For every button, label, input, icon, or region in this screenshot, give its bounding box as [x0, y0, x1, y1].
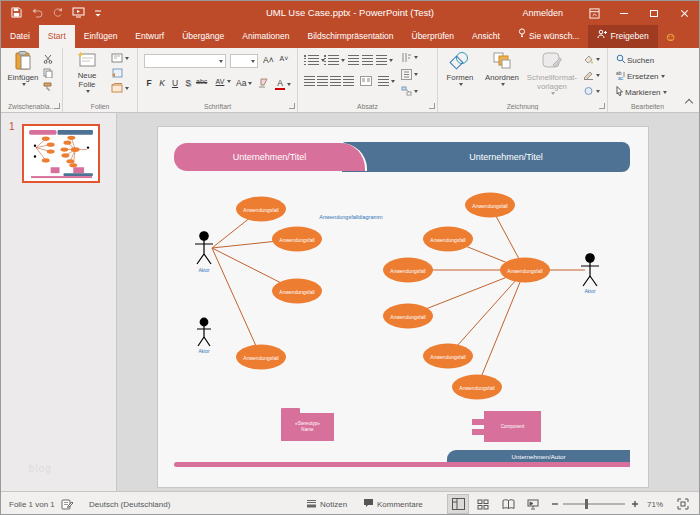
- tab-datei[interactable]: Datei: [1, 25, 39, 48]
- shapes-button[interactable]: Formen: [441, 51, 479, 86]
- tab-einfuegen[interactable]: Einfügen: [75, 25, 127, 48]
- shape-outline-button[interactable]: [583, 70, 600, 80]
- zoom-level[interactable]: 71%: [647, 492, 663, 515]
- ribbon-display-options-icon[interactable]: [579, 1, 609, 25]
- actor-label[interactable]: Aktor: [584, 289, 595, 294]
- sign-in-link[interactable]: Anmelden: [522, 8, 563, 18]
- decrease-indent-button[interactable]: [348, 55, 359, 65]
- increase-indent-button[interactable]: [362, 55, 373, 65]
- uml-package-shape[interactable]: «Stereotyp» Name: [281, 413, 334, 441]
- diagram-title[interactable]: Anwendungsfalldiagramm: [319, 214, 382, 220]
- cut-button[interactable]: [43, 54, 54, 64]
- close-button[interactable]: [669, 1, 699, 25]
- slide-layout-button[interactable]: [111, 53, 129, 63]
- usecase-oval[interactable]: Anwendungsfall: [383, 304, 433, 329]
- quick-styles-button[interactable]: Schnellformat-vorlagen: [525, 51, 579, 95]
- slide-canvas[interactable]: Unternehmen/Titel Unternehmen/Titel Anwe…: [158, 127, 648, 487]
- zoom-slider[interactable]: [563, 492, 625, 515]
- usecase-oval[interactable]: Anwendungsfall: [272, 227, 322, 252]
- proofing-icon[interactable]: [61, 492, 73, 515]
- strikethrough-button[interactable]: abc: [196, 78, 207, 85]
- header-banner-left[interactable]: Unternehmen/Titel: [174, 143, 367, 171]
- add-remove-columns-button[interactable]: [378, 76, 395, 86]
- bold-button[interactable]: F: [144, 78, 154, 88]
- text-direction-button[interactable]: [401, 52, 418, 63]
- columns-button[interactable]: [360, 76, 372, 86]
- usecase-oval[interactable]: Anwendungsfall: [383, 258, 433, 283]
- header-banner-right[interactable]: Unternehmen/Titel: [342, 142, 630, 172]
- usecase-oval[interactable]: Anwendungsfall: [452, 375, 502, 400]
- copy-button[interactable]: [43, 68, 53, 78]
- tab-ueberpruefen[interactable]: Überprüfen: [403, 25, 464, 48]
- line-spacing-button[interactable]: [376, 55, 393, 65]
- align-right-button[interactable]: [330, 76, 341, 86]
- font-size-combobox[interactable]: [230, 54, 258, 68]
- italic-button[interactable]: K: [157, 78, 167, 88]
- font-dialog-launcher-icon[interactable]: [289, 103, 295, 109]
- usecase-oval[interactable]: Anwendungsfall: [272, 279, 322, 304]
- clear-formatting-button[interactable]: [258, 78, 269, 88]
- paste-button[interactable]: Einfügen: [6, 51, 40, 86]
- tell-me-box[interactable]: Sie wünsch...: [509, 25, 589, 48]
- increase-font-size-button[interactable]: A˄: [263, 55, 274, 65]
- character-spacing-button[interactable]: AV: [215, 78, 231, 85]
- reading-view-button[interactable]: [497, 494, 519, 514]
- footer-bar[interactable]: [174, 462, 630, 467]
- font-name-combobox[interactable]: [144, 54, 226, 68]
- usecase-oval[interactable]: Anwendungsfall: [423, 227, 473, 252]
- comments-button[interactable]: Kommentare: [363, 492, 423, 515]
- slide-thumbnail[interactable]: [22, 124, 100, 183]
- tab-uebergaenge[interactable]: Übergänge: [173, 25, 233, 48]
- replace-button[interactable]: abacErsetzen: [616, 70, 665, 82]
- actor-label[interactable]: Aktor: [198, 349, 209, 354]
- align-left-button[interactable]: [304, 76, 315, 86]
- usecase-oval[interactable]: Anwendungsfall: [465, 193, 515, 218]
- notes-button[interactable]: Notizen: [306, 492, 347, 515]
- tab-entwurf[interactable]: Entwurf: [126, 25, 173, 48]
- minimize-button[interactable]: [609, 1, 639, 25]
- decrease-font-size-button[interactable]: A˅: [279, 55, 289, 62]
- usecase-oval-central[interactable]: Anwendungsfall: [500, 258, 550, 283]
- usecase-oval[interactable]: Anwendungsfall: [236, 197, 286, 222]
- section-button[interactable]: [111, 83, 129, 93]
- align-text-button[interactable]: [401, 69, 418, 80]
- font-color-button[interactable]: A: [275, 78, 291, 90]
- change-case-button[interactable]: Aa: [236, 78, 252, 88]
- text-shadow-button[interactable]: S: [183, 78, 193, 88]
- select-button[interactable]: Markieren: [616, 86, 667, 98]
- justify-button[interactable]: [343, 76, 354, 86]
- drawing-dialog-launcher-icon[interactable]: [599, 103, 605, 109]
- slideshow-view-button[interactable]: [522, 494, 544, 514]
- zoom-slider-thumb[interactable]: [585, 499, 588, 509]
- actor-label[interactable]: Aktor: [198, 268, 209, 273]
- uml-component-shape[interactable]: Component: [484, 411, 541, 442]
- arrange-button[interactable]: Anordnen: [481, 51, 523, 86]
- shape-fill-button[interactable]: [583, 54, 600, 64]
- paragraph-dialog-launcher-icon[interactable]: [429, 103, 435, 109]
- tab-ansicht[interactable]: Ansicht: [463, 25, 509, 48]
- zoom-in-button[interactable]: [631, 492, 639, 515]
- usecase-oval[interactable]: Anwendungsfall: [423, 344, 473, 369]
- convert-to-smartart-button[interactable]: [401, 86, 418, 97]
- bullets-button[interactable]: [308, 55, 325, 65]
- align-center-button[interactable]: [317, 76, 328, 86]
- shape-effects-button[interactable]: [583, 86, 600, 96]
- new-slide-button[interactable]: Neue Folie: [69, 51, 105, 93]
- reset-slide-button[interactable]: [111, 68, 123, 78]
- maximize-button[interactable]: [639, 1, 669, 25]
- language-indicator[interactable]: Deutsch (Deutschland): [89, 492, 170, 515]
- tab-bildschirmpraesentation[interactable]: Bildschirmpräsentation: [299, 25, 403, 48]
- slide-sorter-view-button[interactable]: [472, 494, 494, 514]
- feedback-smiley-icon[interactable]: ☺: [658, 25, 684, 48]
- underline-button[interactable]: U: [170, 78, 180, 88]
- format-painter-button[interactable]: [43, 82, 53, 92]
- share-button[interactable]: Freigeben: [588, 25, 657, 48]
- tab-animationen[interactable]: Animationen: [233, 25, 298, 48]
- tab-start[interactable]: Start: [39, 25, 75, 48]
- usecase-oval[interactable]: Anwendungsfall: [236, 345, 286, 370]
- numbering-button[interactable]: [328, 55, 345, 65]
- zoom-out-button[interactable]: [551, 492, 559, 515]
- find-button[interactable]: Suchen: [616, 54, 654, 66]
- footer-banner[interactable]: Unternehmen/Autor: [447, 450, 630, 462]
- clipboard-dialog-launcher-icon[interactable]: [54, 103, 60, 109]
